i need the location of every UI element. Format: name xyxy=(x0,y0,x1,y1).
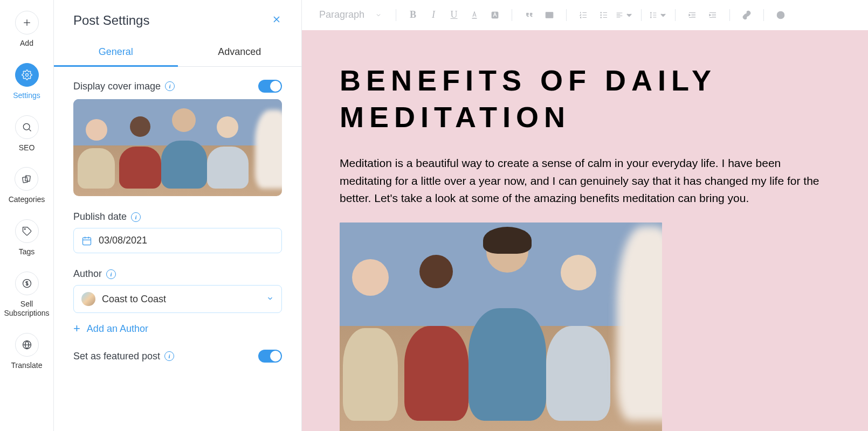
separator xyxy=(729,9,730,21)
post-title[interactable]: BENEFITS OF DAILY MEDITATION xyxy=(340,62,830,135)
dollar-icon xyxy=(15,272,39,295)
publish-date-label: Publish date i xyxy=(73,211,282,223)
display-cover-label-text: Display cover image xyxy=(73,81,161,92)
display-cover-label: Display cover image i xyxy=(73,81,175,92)
publish-date-input[interactable]: 03/08/2021 xyxy=(73,228,282,253)
bulleted-list-button[interactable] xyxy=(595,6,613,24)
tab-advanced[interactable]: Advanced xyxy=(178,39,302,66)
code-block-button[interactable] xyxy=(540,6,559,24)
info-icon[interactable]: i xyxy=(165,81,175,91)
link-button[interactable] xyxy=(738,6,756,24)
publish-date-label-text: Publish date xyxy=(73,211,127,223)
display-cover-toggle[interactable] xyxy=(258,80,282,93)
cards-icon xyxy=(15,167,38,191)
rail-label-seo: SEO xyxy=(19,143,35,152)
plus-icon: + xyxy=(73,323,80,335)
svg-point-11 xyxy=(601,15,602,16)
tag-icon xyxy=(15,219,39,243)
featured-label-text: Set as featured post xyxy=(73,351,160,362)
panel-header: Post Settings xyxy=(54,0,301,39)
svg-point-4 xyxy=(24,229,25,230)
svg-rect-7 xyxy=(83,238,91,245)
rail-item-categories[interactable]: Categories xyxy=(9,167,45,204)
cover-image-preview[interactable] xyxy=(73,99,282,196)
rail-item-seo[interactable]: SEO xyxy=(15,115,39,152)
line-spacing-dropdown[interactable] xyxy=(649,6,667,24)
post-body[interactable]: Meditation is a beautiful way to create … xyxy=(340,155,830,207)
featured-toggle[interactable] xyxy=(258,350,282,363)
svg-point-10 xyxy=(601,12,602,13)
bold-button[interactable]: B xyxy=(404,6,422,24)
rail-item-sell-subscriptions[interactable]: Sell Subscriptions xyxy=(0,272,53,318)
separator xyxy=(675,9,676,21)
rail-label-sell: Sell Subscriptions xyxy=(0,300,53,318)
quote-button[interactable] xyxy=(520,6,538,24)
editor: Paragraph B I U BENEFITS OF DAILY MEDITA… xyxy=(302,0,868,431)
panel-body: Display cover image i xyxy=(54,67,301,376)
panel-tabs: General Advanced xyxy=(54,39,301,67)
field-display-cover: Display cover image i xyxy=(73,80,282,196)
decrease-indent-button[interactable] xyxy=(683,6,701,24)
rail-label-translate: Translate xyxy=(11,361,43,370)
separator xyxy=(512,9,512,21)
post-settings-panel: Post Settings General Advanced Display c… xyxy=(54,0,302,431)
search-icon xyxy=(15,115,39,139)
author-label: Author i xyxy=(73,268,282,280)
calendar-icon xyxy=(81,235,92,246)
rail-item-add[interactable]: Add xyxy=(15,11,39,48)
italic-button[interactable]: I xyxy=(424,6,443,24)
rail-label-tags: Tags xyxy=(19,247,35,256)
panel-title: Post Settings xyxy=(73,13,149,28)
numbered-list-button[interactable] xyxy=(574,6,593,24)
increase-indent-button[interactable] xyxy=(704,6,722,24)
highlight-button[interactable] xyxy=(486,6,504,24)
editor-canvas[interactable]: BENEFITS OF DAILY MEDITATION Meditation … xyxy=(302,30,868,431)
info-icon[interactable]: i xyxy=(131,212,141,222)
paragraph-style-dropdown[interactable]: Paragraph xyxy=(313,9,388,20)
field-author: Author i Coast to Coast + Add an Author xyxy=(73,268,282,335)
separator xyxy=(396,9,396,21)
rail-label-settings: Settings xyxy=(13,91,40,100)
separator xyxy=(763,9,764,21)
close-icon[interactable] xyxy=(271,13,282,28)
chevron-down-icon xyxy=(375,12,382,18)
rail-item-translate[interactable]: Translate xyxy=(11,333,43,370)
rail-item-tags[interactable]: Tags xyxy=(15,219,39,256)
add-author-button[interactable]: + Add an Author xyxy=(73,321,282,335)
svg-rect-9 xyxy=(546,12,553,18)
post-image[interactable] xyxy=(340,223,662,431)
left-rail: Add Settings SEO Categories Tags Sell Su… xyxy=(0,0,54,431)
field-publish-date: Publish date i 03/08/2021 xyxy=(73,211,282,253)
author-label-text: Author xyxy=(73,268,102,280)
rail-item-settings[interactable]: Settings xyxy=(13,63,40,100)
paragraph-label: Paragraph xyxy=(319,9,364,20)
publish-date-value: 03/08/2021 xyxy=(99,235,147,246)
globe-icon xyxy=(15,333,39,357)
author-value: Coast to Coast xyxy=(102,294,166,305)
field-featured-post: Set as featured post i xyxy=(73,350,282,363)
svg-point-1 xyxy=(23,123,30,130)
avatar xyxy=(81,292,95,306)
info-icon[interactable]: i xyxy=(164,351,174,361)
svg-point-0 xyxy=(25,73,28,76)
editor-toolbar: Paragraph B I U xyxy=(302,0,868,30)
text-color-button[interactable] xyxy=(465,6,484,24)
separator xyxy=(641,9,642,21)
info-icon[interactable]: i xyxy=(106,269,116,279)
rail-label-add: Add xyxy=(20,39,33,48)
tab-general[interactable]: General xyxy=(54,39,178,67)
add-author-label: Add an Author xyxy=(87,323,148,335)
align-dropdown[interactable] xyxy=(615,6,633,24)
featured-label: Set as featured post i xyxy=(73,351,174,362)
separator xyxy=(566,9,567,21)
rail-label-categories: Categories xyxy=(9,195,45,204)
author-select[interactable]: Coast to Coast xyxy=(73,285,282,313)
plus-icon xyxy=(15,11,39,34)
info-button[interactable] xyxy=(771,6,790,24)
gear-icon xyxy=(15,63,39,87)
underline-button[interactable]: U xyxy=(445,6,463,24)
svg-point-12 xyxy=(601,17,602,18)
chevron-down-icon xyxy=(266,294,274,305)
